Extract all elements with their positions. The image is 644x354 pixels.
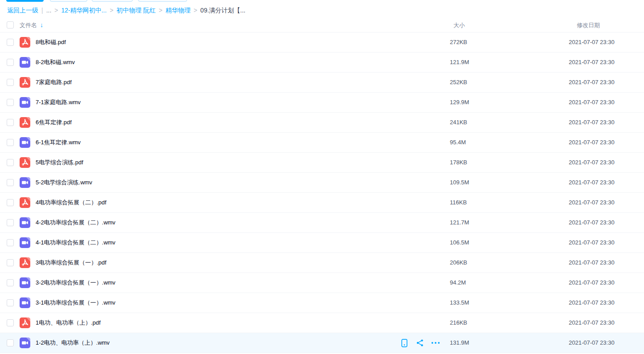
file-row[interactable]: 4-2电功率综合拓展（二）.wmv 121.7M 2021-07-07 23:3… — [0, 213, 644, 233]
file-date: 2021-07-07 23:30 — [569, 73, 615, 92]
file-row[interactable]: 3-1电功率综合拓展（一）.wmv 133.5M 2021-07-07 23:3… — [0, 293, 644, 313]
share-icon[interactable] — [416, 338, 424, 347]
toolbar-button-primary[interactable] — [6, 0, 44, 2]
save-to-device-icon[interactable] — [400, 338, 409, 347]
toolbar-button-secondary[interactable] — [92, 0, 133, 2]
file-name-link[interactable]: 6-1焦耳定律.wmv — [36, 133, 81, 152]
row-checkbox[interactable] — [7, 79, 14, 86]
file-row[interactable]: 1电功、电功率（上）.pdf 216KB 2021-07-07 23:30 — [0, 313, 644, 333]
file-row[interactable]: 3-2电功率综合拓展（一）.wmv 94.2M 2021-07-07 23:30 — [0, 273, 644, 293]
pdf-glyph — [20, 257, 30, 268]
sort-desc-icon[interactable]: ↓ — [40, 21, 43, 28]
video-glyph — [20, 137, 30, 148]
file-size: 131.9M — [450, 333, 469, 353]
row-hover-actions — [400, 333, 440, 353]
file-name-link[interactable]: 6焦耳定律.pdf — [36, 113, 72, 132]
file-row[interactable]: 3电功率综合拓展（一）.pdf 206KB 2021-07-07 23:30 — [0, 253, 644, 273]
row-checkbox[interactable] — [7, 219, 14, 226]
file-size: 272KB — [450, 33, 467, 52]
file-row[interactable]: 5-2电学综合演练.wmv 109.5M 2021-07-07 23:30 — [0, 173, 644, 193]
video-file-icon — [20, 137, 30, 148]
file-date: 2021-07-07 23:30 — [569, 193, 615, 212]
file-size: 241KB — [450, 113, 467, 132]
row-checkbox[interactable] — [7, 159, 14, 166]
file-row[interactable]: 4-1电功率综合拓展（二）.wmv 106.5M 2021-07-07 23:3… — [0, 233, 644, 253]
video-file-icon — [20, 97, 30, 108]
row-checkbox[interactable] — [7, 59, 14, 66]
row-checkbox[interactable] — [7, 119, 14, 126]
row-checkbox[interactable] — [7, 239, 14, 246]
file-row[interactable]: 6焦耳定律.pdf 241KB 2021-07-07 23:30 — [0, 113, 644, 133]
toolbar-button-secondary[interactable] — [138, 0, 187, 2]
file-name-link[interactable]: 3-2电功率综合拓展（一）.wmv — [36, 273, 115, 293]
file-list-header: 文件名↓ 大小 修改日期 — [0, 18, 644, 33]
file-name-link[interactable]: 8-2电和磁.wmv — [36, 53, 75, 72]
file-date: 2021-07-07 23:30 — [569, 113, 615, 132]
file-name-link[interactable]: 1-2电功、电功率（上）.wmv — [36, 333, 110, 353]
row-checkbox[interactable] — [7, 339, 14, 346]
video-file-icon — [20, 338, 30, 348]
breadcrumb-separator: > — [194, 7, 197, 14]
breadcrumb-pipe: | — [41, 7, 43, 14]
file-size: 129.9M — [450, 93, 469, 112]
more-actions-icon[interactable] — [431, 338, 440, 347]
breadcrumb-item[interactable]: 初中物理 阮红 — [117, 7, 156, 14]
file-size: 109.5M — [450, 173, 469, 192]
row-checkbox[interactable] — [7, 99, 14, 106]
row-checkbox[interactable] — [7, 179, 14, 186]
breadcrumb: 返回上一级|...>12-精华网初中...>初中物理 阮红>精华物理>09.满分… — [7, 6, 245, 14]
video-glyph — [20, 97, 30, 108]
pdf-file-icon — [20, 77, 30, 88]
row-checkbox[interactable] — [7, 199, 14, 206]
breadcrumb-back-link[interactable]: 返回上一级 — [7, 7, 38, 14]
file-name-link[interactable]: 4-1电功率综合拓展（二）.wmv — [36, 233, 115, 252]
file-name-link[interactable]: 4电功率综合拓展（二）.pdf — [36, 193, 106, 212]
file-name-link[interactable]: 5-2电学综合演练.wmv — [36, 173, 92, 192]
video-glyph — [20, 237, 30, 248]
file-name-link[interactable]: 4-2电功率综合拓展（二）.wmv — [36, 213, 115, 232]
video-glyph — [20, 217, 30, 228]
file-name-link[interactable]: 7家庭电路.pdf — [36, 73, 72, 92]
file-row[interactable]: 7-1家庭电路.wmv 129.9M 2021-07-07 23:30 — [0, 93, 644, 113]
file-row[interactable]: 5电学综合演练.pdf 178KB 2021-07-07 23:30 — [0, 153, 644, 173]
row-checkbox[interactable] — [7, 39, 14, 46]
file-row[interactable]: 4电功率综合拓展（二）.pdf 116KB 2021-07-07 23:30 — [0, 193, 644, 213]
column-header-size[interactable]: 大小 — [453, 21, 465, 29]
file-name-link[interactable]: 1电功、电功率（上）.pdf — [36, 313, 101, 333]
column-header-name[interactable]: 文件名↓ — [20, 21, 43, 29]
file-date: 2021-07-07 23:30 — [569, 233, 615, 252]
file-row[interactable]: 8电和磁.pdf 272KB 2021-07-07 23:30 — [0, 33, 644, 53]
toolbar-button-secondary[interactable] — [50, 0, 87, 2]
row-checkbox[interactable] — [7, 279, 14, 286]
file-row[interactable]: 6-1焦耳定律.wmv 95.4M 2021-07-07 23:30 — [0, 133, 644, 153]
file-size: 95.4M — [450, 133, 466, 152]
video-file-icon — [20, 217, 30, 228]
breadcrumb-item[interactable]: 12-精华网初中... — [61, 7, 107, 14]
file-name-link[interactable]: 8电和磁.pdf — [36, 33, 66, 52]
video-glyph — [20, 177, 30, 188]
video-file-icon — [20, 237, 30, 248]
file-name-link[interactable]: 3电功率综合拓展（一）.pdf — [36, 253, 106, 273]
file-name-link[interactable]: 5电学综合演练.pdf — [36, 153, 83, 172]
file-row[interactable]: 1-2电功、电功率（上）.wmv 131.9M 2021-07-07 23:30 — [0, 333, 644, 353]
row-checkbox[interactable] — [7, 299, 14, 306]
file-row[interactable]: 7家庭电路.pdf 252KB 2021-07-07 23:30 — [0, 73, 644, 93]
pdf-glyph — [20, 197, 30, 208]
select-all-checkbox[interactable] — [7, 21, 14, 28]
file-size: 121.7M — [450, 213, 469, 232]
breadcrumb-item[interactable]: 精华物理 — [166, 7, 191, 14]
breadcrumb-separator: > — [54, 7, 58, 14]
file-name-link[interactable]: 7-1家庭电路.wmv — [36, 93, 81, 112]
row-checkbox[interactable] — [7, 259, 14, 266]
row-checkbox[interactable] — [7, 319, 14, 326]
column-header-date[interactable]: 修改日期 — [577, 21, 600, 29]
pdf-glyph — [20, 37, 30, 48]
file-row[interactable]: 8-2电和磁.wmv 121.9M 2021-07-07 23:30 — [0, 53, 644, 73]
row-checkbox[interactable] — [7, 139, 14, 146]
file-date: 2021-07-07 23:30 — [569, 33, 615, 52]
pdf-file-icon — [20, 37, 30, 48]
breadcrumb-collapsed[interactable]: ... — [46, 7, 52, 14]
file-name-link[interactable]: 3-1电功率综合拓展（一）.wmv — [36, 293, 115, 313]
file-date: 2021-07-07 23:30 — [569, 293, 615, 313]
video-file-icon — [20, 177, 30, 188]
